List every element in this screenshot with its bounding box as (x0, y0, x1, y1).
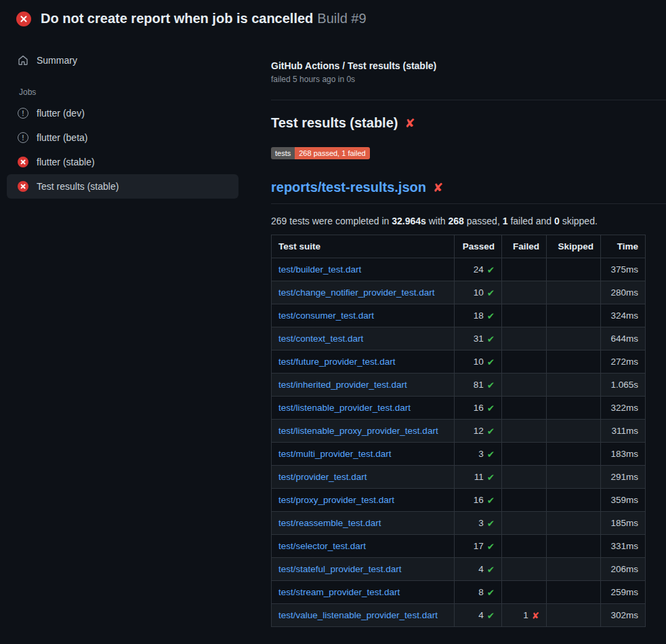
table-row: test/listenable_proxy_provider_test.dart… (272, 420, 646, 443)
passed-cell-value: 16 (474, 403, 484, 413)
suite-link[interactable]: test/change_notifier_provider_test.dart (278, 287, 434, 298)
suite-link[interactable]: test/context_test.dart (278, 334, 363, 344)
time-cell-value: 183ms (610, 449, 638, 459)
cross-icon: ✘ (532, 610, 539, 621)
suite-link[interactable]: test/builder_test.dart (278, 264, 361, 275)
check-icon: ✔ (487, 587, 495, 598)
suite-link[interactable]: test/stream_provider_test.dart (278, 587, 400, 597)
summary-duration: 32.964s (392, 216, 426, 226)
summary-passed-word: passed, (464, 216, 503, 226)
table-header-row: Test suitePassedFailedSkippedTime (272, 235, 646, 258)
suite-cell: test/multi_provider_test.dart (272, 443, 455, 466)
suite-link[interactable]: test/provider_test.dart (278, 472, 367, 482)
failed-cell (502, 466, 547, 489)
failed-cell (502, 281, 547, 304)
suite-link[interactable]: test/consumer_test.dart (278, 310, 374, 321)
suite-cell: test/change_notifier_provider_test.dart (272, 281, 455, 304)
skipped-cell (547, 466, 601, 489)
table-row: test/context_test.dart31✔644ms (272, 327, 646, 350)
time-cell: 322ms (601, 397, 646, 420)
suite-cell: test/stateful_provider_test.dart (272, 558, 455, 581)
failed-status-icon (18, 181, 28, 192)
badge-value: 268 passed, 1 failed (295, 147, 369, 159)
suite-link[interactable]: test/listenable_proxy_provider_test.dart (278, 426, 438, 436)
run-meta: failed 5 hours ago in 0s (271, 75, 666, 84)
passed-cell-value: 24 (474, 264, 484, 275)
summary-failed-count: 1 (503, 216, 508, 226)
passed-cell-value: 8 (478, 587, 484, 597)
time-cell-value: 291ms (610, 472, 638, 482)
check-icon: ✔ (487, 472, 495, 483)
sidebar-item-test-results-stable[interactable]: Test results (stable) (7, 174, 238, 199)
run-header: Do not create report when job is cancell… (0, 0, 666, 36)
suite-link[interactable]: test/inherited_provider_test.dart (278, 380, 407, 390)
passed-cell-value: 10 (474, 287, 484, 298)
passed-cell-value: 3 (478, 518, 484, 528)
failed-cell (502, 443, 547, 466)
check-icon: ✔ (487, 334, 495, 344)
suite-link[interactable]: test/reassemble_test.dart (278, 518, 381, 528)
time-cell: 324ms (601, 304, 646, 327)
section-title-text: Test results (stable) (271, 115, 398, 131)
summary-prefix: 269 tests were completed in (271, 216, 392, 226)
time-cell-value: 259ms (610, 587, 638, 597)
suite-cell: test/listenable_provider_test.dart (272, 397, 455, 420)
failed-cell (502, 327, 547, 350)
skipped-cell (547, 512, 601, 535)
column-header-failed: Failed (502, 235, 547, 258)
time-cell: 1.065s (601, 374, 646, 397)
table-row: test/consumer_test.dart18✔324ms (272, 304, 646, 327)
passed-cell: 24✔ (455, 258, 502, 281)
suite-link[interactable]: test/multi_provider_test.dart (278, 449, 392, 459)
check-icon: ✔ (487, 610, 495, 621)
suite-link[interactable]: test/stateful_provider_test.dart (278, 564, 402, 574)
passed-cell-value: 12 (474, 426, 484, 436)
passed-cell: 12✔ (455, 420, 502, 443)
sidebar-item-summary[interactable]: Summary (7, 48, 238, 73)
suite-link[interactable]: test/value_listenable_provider_test.dart (278, 610, 438, 620)
neutral-status-icon (18, 108, 28, 119)
passed-cell-value: 4 (478, 564, 484, 574)
sidebar-item-flutter-beta[interactable]: flutter (beta) (7, 125, 238, 150)
suite-cell: test/stream_provider_test.dart (272, 581, 455, 604)
check-icon: ✔ (487, 310, 495, 321)
table-row: test/future_provider_test.dart10✔272ms (272, 350, 646, 374)
time-cell: 331ms (601, 535, 646, 558)
skipped-cell (547, 350, 601, 374)
sidebar-item-flutter-stable[interactable]: flutter (stable) (7, 150, 238, 174)
suite-cell: test/inherited_provider_test.dart (272, 374, 455, 397)
passed-cell: 10✔ (455, 350, 502, 374)
time-cell-value: 644ms (610, 334, 638, 344)
table-row: test/value_listenable_provider_test.dart… (272, 604, 646, 627)
failed-cell (502, 420, 547, 443)
time-cell-value: 185ms (610, 518, 638, 528)
suite-link[interactable]: test/listenable_provider_test.dart (278, 403, 411, 413)
suite-link[interactable]: test/selector_test.dart (278, 541, 366, 551)
skipped-cell (547, 397, 601, 420)
passed-cell: 81✔ (455, 374, 502, 397)
failed-cell (502, 558, 547, 581)
passed-cell: 10✔ (455, 281, 502, 304)
sidebar-item-flutter-dev[interactable]: flutter (dev) (7, 101, 238, 125)
passed-cell-value: 18 (474, 310, 484, 321)
suite-cell: test/value_listenable_provider_test.dart (272, 604, 455, 627)
passed-cell-value: 11 (474, 472, 484, 482)
summary-failed-word: failed and (508, 216, 555, 226)
passed-cell: 8✔ (455, 581, 502, 604)
passed-cell-value: 31 (474, 334, 484, 344)
time-cell: 311ms (601, 420, 646, 443)
time-cell: 291ms (601, 466, 646, 489)
suite-link[interactable]: test/future_provider_test.dart (278, 357, 396, 367)
time-cell-value: 280ms (610, 287, 638, 298)
check-icon: ✔ (487, 495, 495, 506)
check-icon: ✔ (487, 426, 495, 437)
table-row: test/stateful_provider_test.dart4✔206ms (272, 558, 646, 581)
main-content: GitHub Actions / Test results (stable) f… (271, 36, 666, 627)
report-link[interactable]: reports/test-results.json (271, 180, 426, 195)
failed-status-icon (18, 157, 28, 167)
skipped-cell (547, 489, 601, 512)
suite-cell: test/consumer_test.dart (272, 304, 455, 327)
report-failed-x-icon: ✘ (433, 180, 443, 195)
table-row: test/multi_provider_test.dart3✔183ms (272, 443, 646, 466)
suite-link[interactable]: test/proxy_provider_test.dart (278, 495, 394, 505)
